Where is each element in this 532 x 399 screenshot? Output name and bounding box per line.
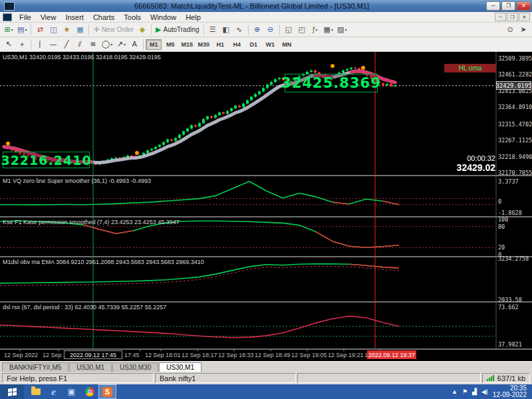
server-manager-icon[interactable]: ▣ [63, 384, 80, 399]
chart-tab-3[interactable]: US30,M1 [159, 362, 201, 372]
close-button[interactable]: ✕ [517, 1, 531, 11]
timeframe-d1[interactable]: D1 [245, 39, 261, 50]
chart-tab-1[interactable]: US30,M1 [69, 362, 112, 372]
data-window-icon[interactable]: ◫ [47, 24, 60, 36]
chart-tab-0[interactable]: BANKNIFTY#,M5 [2, 362, 68, 372]
menu-view[interactable]: View [36, 13, 61, 21]
symbol-ohlc-label: US30,M1 32420.0195 32433.0195 32418.0195… [3, 54, 161, 61]
timeframe-m1[interactable]: M1 [146, 39, 162, 50]
timeframe-w1[interactable]: W1 [262, 39, 278, 50]
chrome-icon [85, 387, 94, 396]
line-studies-toolbar: ↖＋∣—╱⫽≋◯▾↗▾A M1M5M15M30H1H4D1W1MN [0, 37, 532, 52]
menu-window[interactable]: Window [146, 13, 181, 21]
hl-oma-label: HL oma [444, 64, 496, 72]
svg-text:17:45: 17:45 [124, 352, 140, 358]
pointer-icon[interactable]: ➤ [517, 24, 530, 36]
chart-area[interactable]: 32509.389532461.228232413.062532364.8910… [0, 52, 532, 361]
text-label-icon[interactable]: A [128, 39, 141, 51]
menu-tools[interactable]: Tools [119, 13, 146, 21]
maximize-button[interactable]: ❐ [501, 1, 515, 11]
cascade-windows-icon: ◰ [298, 26, 305, 33]
dropdown-caret-icon: ▾ [316, 27, 318, 32]
candles-chart-icon[interactable]: ◧ [219, 24, 233, 36]
vertical-line-icon[interactable]: ∣ [33, 39, 47, 51]
cascade-windows-icon[interactable]: ◰ [295, 24, 309, 36]
chrome-icon[interactable] [80, 384, 98, 399]
new-order-button[interactable]: ✚New Order [91, 24, 136, 36]
navigator-icon[interactable]: ★ [60, 24, 73, 36]
menu-file[interactable]: File [15, 13, 36, 21]
notification-flag-icon[interactable]: ⚑ [462, 388, 467, 395]
mt4-icon[interactable]: S [98, 384, 116, 399]
terminal-icon[interactable]: ▦ [73, 24, 86, 36]
text-label-icon: A [132, 41, 138, 48]
timeframe-m30[interactable]: M30 [196, 39, 211, 50]
arrows-icon[interactable]: ↗▾ [114, 39, 128, 51]
status-bar: For Help, press F1 Bank nifty1 637/1 kb [0, 372, 532, 384]
profiles-icon[interactable]: ▤▾ [15, 24, 29, 36]
volume-icon[interactable]: ◀) [481, 388, 488, 395]
indicators-icon: ƒ [313, 26, 315, 33]
ie-icon[interactable]: e [45, 384, 63, 399]
hidden-icons-button[interactable]: ▲ [452, 388, 458, 395]
timeframe-m5[interactable]: M5 [162, 39, 178, 50]
data-window-icon: ◫ [50, 26, 57, 33]
menu-insert[interactable]: Insert [61, 13, 88, 21]
navigator-icon: ★ [63, 26, 70, 33]
periods-icon: ▦ [324, 26, 331, 33]
taskbar-clock[interactable]: 20:35 12-09-2022 [493, 385, 527, 398]
server-manager-icon: ▣ [68, 387, 75, 396]
svg-text:M1dsl obv ma EMA 3084.9210 296: M1dsl obv ma EMA 3084.9210 2961.2088 294… [3, 259, 204, 265]
network-icon[interactable]: ▟ [472, 388, 477, 395]
mdi-close-button[interactable]: ✕ [519, 13, 530, 21]
start-button[interactable] [0, 384, 24, 399]
cursor-icon[interactable]: ↖ [2, 39, 15, 51]
new-chart-icon[interactable]: ⊞▾ [2, 24, 15, 36]
periods-icon[interactable]: ▦▾ [322, 24, 335, 36]
status-traffic: 637/1 kb [482, 373, 530, 383]
metaeditor-icon[interactable]: ◆ [136, 24, 149, 36]
file-explorer-icon[interactable] [27, 384, 45, 399]
search-icon[interactable]: ⊙ [503, 24, 517, 36]
tile-windows-icon: ◱ [285, 26, 291, 33]
templates-icon: ▨ [337, 26, 344, 33]
menu-charts[interactable]: Charts [88, 13, 119, 21]
minimize-button[interactable]: ─ [486, 1, 500, 11]
zoom-in-icon[interactable]: ⊕ [251, 24, 264, 36]
svg-text:32218.9490: 32218.9490 [498, 154, 532, 160]
mdi-minimize-button[interactable]: ─ [495, 13, 506, 21]
status-account: Bank nifty1 [155, 373, 296, 383]
indicators-icon[interactable]: ƒ▾ [309, 24, 322, 36]
tile-windows-icon[interactable]: ◱ [282, 24, 295, 36]
svg-text:M1 VQ zero line Super smoother: M1 VQ zero line Super smoother (36,1) -0… [3, 178, 151, 184]
horizontal-line-icon[interactable]: — [47, 39, 60, 51]
line-chart-icon[interactable]: ∿ [233, 24, 246, 36]
dropdown-caret-icon: ▾ [344, 27, 346, 32]
trendline-icon[interactable]: ╱ [60, 39, 73, 51]
mdi-restore-button[interactable]: ❐ [507, 13, 518, 21]
shapes-icon[interactable]: ◯▾ [100, 39, 114, 51]
autotrading-button[interactable]: ▶AutoTrading [154, 24, 201, 36]
toolbar-separator [31, 25, 31, 35]
file-explorer-icon [31, 388, 41, 395]
shapes-icon: ◯ [102, 41, 110, 48]
timeframe-h1[interactable]: H1 [212, 39, 228, 50]
line-chart-icon: ∿ [236, 26, 242, 33]
title-bar: 66665083: MatchLiquidityTest-ML - Billio… [0, 0, 532, 12]
fibonacci-icon[interactable]: ≋ [86, 39, 100, 51]
crosshair-icon[interactable]: ＋ [15, 39, 29, 51]
bars-chart-icon: ☰ [209, 26, 216, 33]
timeframe-mn[interactable]: MN [279, 39, 295, 50]
menu-bar-items: FileViewInsertChartsToolsWindowHelp [15, 13, 205, 21]
chart-tab-2[interactable]: US30,M30 [112, 362, 158, 372]
menu-help[interactable]: Help [181, 13, 205, 21]
bars-chart-icon[interactable]: ☰ [206, 24, 219, 36]
templates-icon[interactable]: ▨▾ [335, 24, 348, 36]
zoom-out-icon[interactable]: ⊖ [264, 24, 277, 36]
channel-icon[interactable]: ⫽ [73, 39, 86, 51]
timeframe-h4[interactable]: H4 [229, 39, 245, 50]
market-watch-icon[interactable]: ⇄ [33, 24, 47, 36]
timeframe-m15[interactable]: M15 [179, 39, 195, 50]
svg-text:80: 80 [498, 223, 505, 230]
search-icon: ⊙ [507, 26, 513, 33]
